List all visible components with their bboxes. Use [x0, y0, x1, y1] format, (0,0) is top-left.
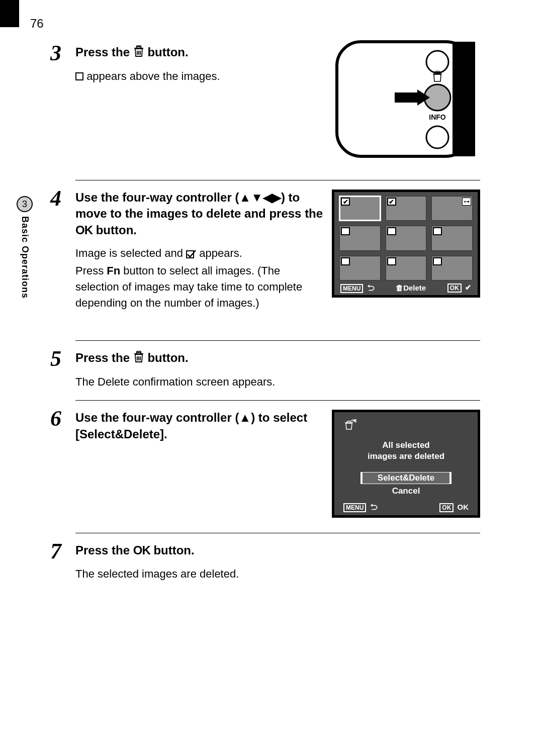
- ok-button-label: OK: [447, 284, 462, 293]
- step-number: 3: [50, 42, 75, 170]
- unchecked-icon: [341, 227, 350, 235]
- divider: [75, 180, 480, 180]
- step4-body: Image is selected and appears. Press Fn …: [75, 245, 324, 311]
- divider: [75, 340, 480, 341]
- check-icon: ✔: [465, 283, 472, 292]
- confirm-footer: MENU ⮌ OK OK: [343, 503, 469, 511]
- step4-title: Use the four-way controller ( ▲▼◀▶) to m…: [75, 190, 324, 238]
- up-arrow-icon: ▲: [239, 411, 251, 424]
- thumbnail: [431, 226, 473, 250]
- step7-title: Press the OK button.: [75, 542, 480, 558]
- step-number: 6: [50, 408, 75, 523]
- info-label: INFO: [429, 113, 446, 121]
- option-cancel: Cancel: [392, 486, 420, 496]
- option-select-delete: Select&Delete: [360, 472, 451, 484]
- page-number: 76: [30, 17, 44, 31]
- trash-icon: [133, 351, 144, 367]
- svg-rect-1: [452, 42, 475, 156]
- thumbnail: [386, 256, 427, 280]
- thumbnail: [339, 256, 381, 280]
- step-number: 4: [50, 187, 75, 330]
- protect-icon: ⊶: [462, 198, 471, 206]
- multi-delete-icon: [343, 419, 469, 433]
- divider: [75, 533, 480, 533]
- ok-button-label: OK: [439, 503, 454, 512]
- unchecked-icon: [433, 227, 442, 235]
- back-arrow-icon: ⮌: [367, 284, 375, 292]
- step3-body: appears above the images.: [75, 68, 324, 84]
- thumbnail: [431, 256, 473, 280]
- thumbnail: ✔: [339, 196, 381, 221]
- step7-body: The selected images are deleted.: [75, 566, 480, 582]
- unchecked-icon: [433, 257, 442, 265]
- confirm-message: All selected images are deleted: [343, 440, 469, 462]
- menu-button-label: MENU: [340, 284, 363, 293]
- svg-point-2: [426, 51, 448, 73]
- chapter-title: Basic Operations: [20, 216, 30, 299]
- camera-illustration: INFO: [334, 39, 480, 160]
- fn-button-label: Fn: [107, 264, 120, 277]
- thumbnail: ✔: [386, 196, 427, 221]
- thumbnail: [386, 226, 427, 250]
- unchecked-icon: [341, 257, 350, 265]
- svg-point-4: [426, 126, 448, 148]
- square-icon: [75, 72, 83, 80]
- delete-label: Delete: [403, 284, 426, 292]
- step-number: 5: [50, 348, 75, 390]
- ok-label: OK: [458, 503, 469, 511]
- unchecked-icon: [387, 257, 396, 265]
- unchecked-icon: [387, 227, 396, 235]
- checked-icon: ✔: [387, 198, 396, 206]
- trash-icon: 🗑: [396, 284, 403, 292]
- step5-title: Press the button.: [75, 350, 480, 367]
- trash-icon: [133, 45, 144, 61]
- back-arrow-icon: ⮌: [370, 503, 378, 511]
- step6-title: Use the four-way controller (▲) to selec…: [75, 410, 324, 442]
- confirm-dialog-screen: All selected images are deleted Select&D…: [332, 410, 480, 518]
- menu-button-label: MENU: [343, 503, 366, 512]
- lcd-thumbnail-screen: ✔ ✔ ⊶ MENU ⮌ 🗑Delete OK ✔: [332, 190, 480, 298]
- step-number: 7: [50, 540, 75, 582]
- step3-title: Press the button.: [75, 44, 324, 61]
- ok-button-icon: OK: [75, 222, 93, 238]
- thumbnail: [339, 226, 381, 250]
- checked-icon: ✔: [341, 198, 350, 206]
- lcd-footer: MENU ⮌ 🗑Delete OK ✔: [339, 280, 473, 292]
- left-margin-bar: [0, 0, 19, 27]
- ok-button-icon: OK: [133, 542, 150, 558]
- step5-body: The Delete confirmation screen appears.: [75, 374, 480, 390]
- divider: [75, 400, 480, 401]
- chapter-number: 3: [17, 196, 33, 212]
- chapter-tab: 3 Basic Operations: [13, 196, 37, 299]
- checked-box-icon: [186, 247, 196, 263]
- thumbnail: ⊶: [431, 196, 473, 221]
